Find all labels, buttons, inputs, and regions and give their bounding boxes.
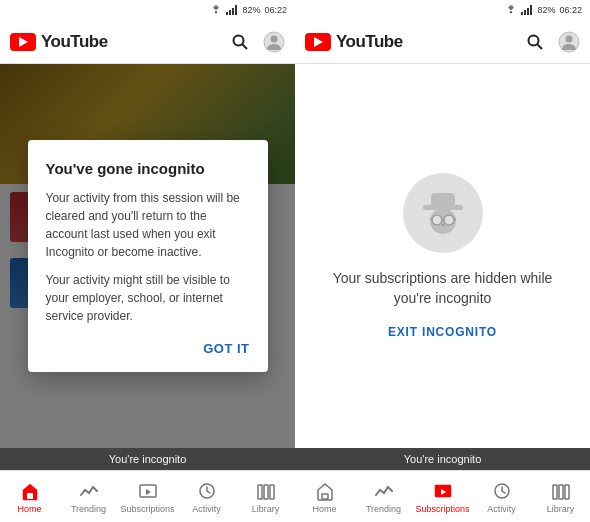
nav-item-library-left[interactable]: Library xyxy=(236,476,295,518)
svg-rect-34 xyxy=(553,485,557,499)
svg-rect-36 xyxy=(565,485,569,499)
nav-label-trending-left: Trending xyxy=(71,504,106,514)
svg-rect-12 xyxy=(264,485,268,499)
nav-item-library-right[interactable]: Library xyxy=(531,476,590,518)
search-button-right[interactable] xyxy=(524,31,546,53)
activity-icon-right xyxy=(491,480,513,502)
nav-item-trending-left[interactable]: Trending xyxy=(59,476,118,518)
dialog-body-2: Your activity might still be visible to … xyxy=(46,271,250,325)
svg-point-7 xyxy=(271,35,278,42)
battery-left: 82% xyxy=(242,5,260,15)
status-bar-left: 82% 06:22 xyxy=(0,0,295,20)
svg-rect-8 xyxy=(27,493,33,499)
home-icon-right xyxy=(314,480,336,502)
nav-item-home-left[interactable]: Home xyxy=(0,476,59,518)
svg-rect-17 xyxy=(530,5,532,15)
svg-point-26 xyxy=(444,215,454,225)
svg-rect-31 xyxy=(322,494,328,499)
svg-point-18 xyxy=(529,35,539,45)
incognito-bar-right: You're incognito xyxy=(295,448,590,470)
svg-point-4 xyxy=(234,35,244,45)
incognito-avatar xyxy=(403,173,483,253)
trending-icon-left xyxy=(78,480,100,502)
incognito-bar-text-right: You're incognito xyxy=(404,453,482,465)
subscriptions-icon-left xyxy=(137,480,159,502)
nav-item-activity-left[interactable]: Activity xyxy=(177,476,236,518)
youtube-logo-icon-right xyxy=(305,33,331,51)
svg-rect-16 xyxy=(527,8,529,15)
nav-item-home-right[interactable]: Home xyxy=(295,476,354,518)
avatar-button-right[interactable] xyxy=(558,31,580,53)
nav-label-trending-right: Trending xyxy=(366,504,401,514)
dialog-actions: GOT IT xyxy=(46,337,250,360)
got-it-button[interactable]: GOT IT xyxy=(203,337,249,360)
nav-item-trending-right[interactable]: Trending xyxy=(354,476,413,518)
home-icon-left xyxy=(19,480,41,502)
time-right: 06:22 xyxy=(559,5,582,15)
wifi-icon-right xyxy=(505,5,517,15)
logo-text-right: YouTube xyxy=(336,32,403,52)
nav-label-library-right: Library xyxy=(547,504,575,514)
svg-rect-2 xyxy=(232,8,234,15)
svg-rect-3 xyxy=(235,5,237,15)
nav-label-home-left: Home xyxy=(17,504,41,514)
nav-item-activity-right[interactable]: Activity xyxy=(472,476,531,518)
dialog-body: Your activity from this session will be … xyxy=(46,189,250,325)
activity-icon-left xyxy=(196,480,218,502)
svg-line-28 xyxy=(430,219,432,220)
search-button-left[interactable] xyxy=(229,31,251,53)
subscriptions-hidden-message: Your subscriptions are hidden while you'… xyxy=(315,269,570,308)
nav-label-library-left: Library xyxy=(252,504,280,514)
svg-rect-35 xyxy=(559,485,563,499)
svg-line-29 xyxy=(454,219,456,220)
nav-item-subscriptions-left[interactable]: Subscriptions xyxy=(118,476,177,518)
svg-rect-14 xyxy=(521,12,523,15)
exit-incognito-button[interactable]: EXIT INCOGNITO xyxy=(388,325,497,339)
dialog-body-1: Your activity from this session will be … xyxy=(46,189,250,261)
bottom-nav-left: Home Trending Subscriptions xyxy=(0,470,295,522)
svg-rect-0 xyxy=(226,12,228,15)
incognito-bar-text-left: You're incognito xyxy=(109,453,187,465)
svg-point-25 xyxy=(432,215,442,225)
app-bar-icons-left xyxy=(229,31,285,53)
time-left: 06:22 xyxy=(264,5,287,15)
nav-label-subscriptions-left: Subscriptions xyxy=(120,504,174,514)
nav-label-activity-right: Activity xyxy=(487,504,516,514)
content-left: You've gone incognito Your activity from… xyxy=(0,64,295,448)
library-icon-right xyxy=(550,480,572,502)
svg-point-21 xyxy=(566,35,573,42)
svg-rect-15 xyxy=(524,10,526,15)
signal-icon-left xyxy=(226,5,238,15)
left-phone: 82% 06:22 YouTube xyxy=(0,0,295,522)
modal-overlay: You've gone incognito Your activity from… xyxy=(0,64,295,448)
svg-line-19 xyxy=(538,44,543,49)
bottom-nav-right: Home Trending Subscriptions xyxy=(295,470,590,522)
logo-left: YouTube xyxy=(10,32,229,52)
dialog-title: You've gone incognito xyxy=(46,160,250,177)
nav-item-subscriptions-right[interactable]: Subscriptions xyxy=(413,476,472,518)
nav-label-activity-left: Activity xyxy=(192,504,221,514)
nav-label-home-right: Home xyxy=(312,504,336,514)
youtube-logo-icon-left xyxy=(10,33,36,51)
app-bar-right: YouTube xyxy=(295,20,590,64)
svg-rect-11 xyxy=(258,485,262,499)
status-icons-left: 82% 06:22 xyxy=(210,5,287,15)
trending-icon-right xyxy=(373,480,395,502)
subscriptions-icon-right xyxy=(432,480,454,502)
nav-label-subscriptions-right: Subscriptions xyxy=(415,504,469,514)
avatar-button-left[interactable] xyxy=(263,31,285,53)
status-icons-right: 82% 06:22 xyxy=(505,5,582,15)
app-bar-left: YouTube xyxy=(0,20,295,64)
logo-right: YouTube xyxy=(305,32,524,52)
svg-point-30 xyxy=(441,224,444,227)
battery-right: 82% xyxy=(537,5,555,15)
svg-rect-13 xyxy=(270,485,274,499)
right-phone: 82% 06:22 YouTube xyxy=(295,0,590,522)
status-bar-right: 82% 06:22 xyxy=(295,0,590,20)
incognito-bar-left: You're incognito xyxy=(0,448,295,470)
logo-text-left: YouTube xyxy=(41,32,108,52)
signal-icon-right xyxy=(521,5,533,15)
svg-line-5 xyxy=(243,44,248,49)
incognito-dialog: You've gone incognito Your activity from… xyxy=(28,140,268,372)
subscriptions-incognito-content: Your subscriptions are hidden while you'… xyxy=(295,64,590,448)
